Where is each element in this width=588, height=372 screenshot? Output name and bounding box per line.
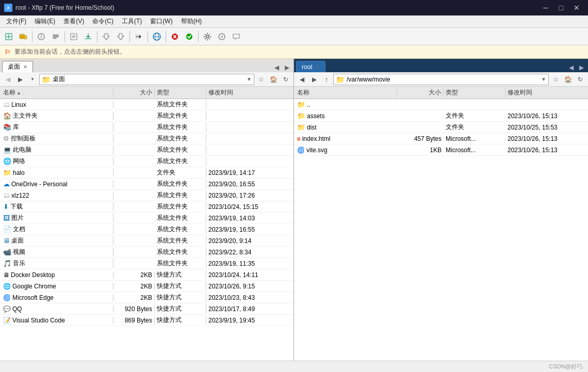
right-file-list[interactable]: 📁 .. 📁 assets 文件夹 2023/10/26, 15:13 📁 di… [294, 99, 588, 361]
table-row[interactable]: 🌐 网络 系统文件夹 [0, 156, 293, 167]
toolbar-btn-9[interactable] [132, 30, 145, 43]
open-session-button[interactable] [17, 30, 30, 43]
menu-edit[interactable]: 编辑(E) [30, 16, 59, 27]
table-row[interactable]: 🌀 Microsoft Edge 2KB 快捷方式 2023/10/23, 8:… [0, 292, 293, 303]
file-name-cell: 📄 文档 [0, 225, 113, 234]
right-home-btn[interactable]: 🏠 [562, 74, 574, 85]
left-panel: 桌面 ✕ ◀ ▶ ◀ ▶ ▼ 📁 桌面 ▼ ☆ 🏠 ↻ 名称 [0, 59, 294, 361]
toolbar-globe-btn[interactable] [150, 30, 164, 43]
menu-window[interactable]: 窗口(W) [146, 16, 176, 27]
left-bookmark-btn[interactable]: ☆ [255, 74, 267, 85]
shortcut-icon: 🖥 [3, 271, 9, 279]
toolbar-separator-6 [166, 31, 166, 42]
right-header-name[interactable]: 名称 [294, 88, 397, 97]
left-tab-next-btn[interactable]: ▶ [282, 63, 291, 72]
file-date-cell: 2023/9/20, 9:14 [206, 237, 293, 245]
table-row[interactable]: 📁 dist 文件夹 2023/10/25, 15:53 [294, 122, 588, 133]
right-tab-next-btn[interactable]: ▶ [577, 63, 586, 72]
menu-view[interactable]: 查看(V) [59, 16, 88, 27]
toolbar-settings-btn[interactable] [201, 30, 214, 43]
left-header-name[interactable]: 名称 ▲ [0, 88, 113, 97]
file-name-cell: 🗂 Linux [0, 101, 113, 108]
file-name-label: assets [307, 112, 325, 120]
right-tab-prev-btn[interactable]: ◀ [566, 63, 576, 72]
table-row[interactable]: 📝 Visual Studio Code 869 Bytes 快捷方式 2023… [0, 315, 293, 326]
file-type-cell: 系统文件夹 [155, 111, 206, 120]
toolbar-help-btn[interactable]: ? [215, 30, 228, 43]
right-header-type[interactable]: 类型 [444, 88, 505, 97]
table-row[interactable]: 💻 此电脑 系统文件夹 [0, 144, 293, 156]
table-row[interactable]: 📚 库 系统文件夹 [0, 122, 293, 133]
left-forward-btn[interactable]: ▶ [14, 74, 26, 85]
status-bar: CSDN@好巧. [0, 361, 588, 372]
right-header-date[interactable]: 修改时间 [505, 88, 588, 97]
left-panel-tab-desktop[interactable]: 桌面 ✕ [2, 61, 33, 72]
table-row[interactable]: 🖼 图片 系统文件夹 2023/9/19, 14:03 [0, 213, 293, 224]
left-home-btn[interactable]: 🏠 [268, 74, 279, 85]
left-header-type[interactable]: 类型 [155, 88, 206, 97]
table-row[interactable]: 🏠 主文件夹 系统文件夹 [0, 110, 293, 122]
file-type-cell: 文件夹 [444, 111, 505, 120]
left-back-btn[interactable]: ◀ [2, 74, 13, 85]
file-date-cell: 2023/9/22, 8:34 [206, 249, 293, 256]
menu-help[interactable]: 帮助(H) [177, 16, 206, 27]
toolbar-btn-4[interactable] [49, 30, 62, 43]
file-name-cell: ⚙ 控制面板 [0, 134, 113, 143]
right-back-btn[interactable]: ◀ [296, 74, 307, 85]
left-tab-prev-btn[interactable]: ◀ [272, 63, 281, 72]
toolbar-btn-6[interactable] [81, 30, 95, 43]
left-header-size[interactable]: 大小 [113, 88, 155, 97]
table-row[interactable]: 🎵 音乐 系统文件夹 2023/9/19, 11:35 [0, 258, 293, 269]
maximize-button[interactable]: □ [554, 3, 568, 13]
toolbar-red-btn[interactable] [168, 30, 182, 43]
left-tab-close-icon[interactable]: ✕ [23, 64, 27, 70]
table-row[interactable]: 🌀 vite.svg 1KB Microsoft... 2023/10/26, … [294, 144, 588, 156]
table-row[interactable]: 🖥 桌面 系统文件夹 2023/9/20, 9:14 [0, 235, 293, 247]
toolbar-btn-5[interactable] [67, 30, 80, 43]
table-row[interactable]: 🌐 Google Chrome 2KB 快捷方式 2023/10/26, 9:1… [0, 281, 293, 292]
right-bookmark-btn[interactable]: ☆ [550, 74, 561, 85]
right-tab-close-icon[interactable]: ✕ [316, 64, 320, 70]
left-refresh-btn[interactable]: ↻ [280, 74, 291, 85]
right-forward-btn[interactable]: ▶ [308, 74, 320, 85]
toolbar-btn-3[interactable] [35, 30, 48, 43]
menu-bar: 文件(F) 编辑(E) 查看(V) 命令(C) 工具(T) 窗口(W) 帮助(H… [0, 15, 588, 28]
menu-file[interactable]: 文件(F) [2, 16, 30, 27]
file-type-cell: 系统文件夹 [155, 259, 206, 268]
menu-tools[interactable]: 工具(T) [118, 16, 146, 27]
table-row[interactable]: 📁 halo 文件夹 2023/9/19, 14:17 [0, 167, 293, 179]
new-session-button[interactable] [2, 30, 15, 43]
table-row[interactable]: 📁 assets 文件夹 2023/10/26, 15:13 [294, 110, 588, 122]
toolbar-comment-btn[interactable] [230, 30, 243, 43]
table-row[interactable]: 🗂 Linux 系统文件夹 [0, 99, 293, 110]
menu-command[interactable]: 命令(C) [88, 16, 118, 27]
right-refresh-btn[interactable]: ↻ [575, 74, 586, 85]
table-row[interactable]: ☁ OneDrive - Personal 系统文件夹 2023/9/20, 1… [0, 179, 293, 190]
table-row[interactable]: ⬇ 下载 系统文件夹 2023/10/24, 15:15 [0, 201, 293, 213]
file-name-cell: 📁 assets [294, 112, 397, 120]
close-button[interactable]: ✕ [569, 3, 584, 13]
toolbar-green-btn[interactable] [183, 30, 196, 43]
right-panel-tab-root[interactable]: root ✕ [296, 61, 325, 72]
table-row[interactable]: 🖥 Docker Desktop 2KB 快捷方式 2023/10/24, 14… [0, 269, 293, 281]
left-dropdown-btn[interactable]: ▼ [27, 74, 38, 85]
left-header-date[interactable]: 修改时间 [206, 88, 293, 97]
table-row[interactable]: e index.html 457 Bytes Microsoft... 2023… [294, 133, 588, 144]
right-path-display[interactable]: 📁 /var/www/movie ▼ [333, 74, 549, 85]
left-path-display[interactable]: 📁 桌面 ▼ [39, 74, 254, 85]
table-row[interactable]: ⚙ 控制面板 系统文件夹 [0, 133, 293, 144]
file-size-cell: 457 Bytes [397, 135, 444, 142]
table-row[interactable]: 📄 文档 系统文件夹 2023/9/19, 16:55 [0, 224, 293, 235]
left-file-list[interactable]: 🗂 Linux 系统文件夹 🏠 主文件夹 系统文件夹 📚 库 系统文件夹 ⚙ 控… [0, 99, 293, 361]
table-row[interactable]: 💬 QQ 920 Bytes 快捷方式 2023/10/17, 8:49 [0, 303, 293, 315]
right-up-btn[interactable]: ↑ [321, 74, 332, 85]
toolbar-btn-8[interactable] [114, 30, 127, 43]
table-row[interactable]: 🗂 xlz122 系统文件夹 2023/9/20, 17:26 [0, 190, 293, 201]
table-row[interactable]: 📹 视频 系统文件夹 2023/9/22, 8:34 [0, 247, 293, 258]
toolbar-btn-7[interactable] [100, 30, 113, 43]
minimize-button[interactable]: ─ [538, 3, 553, 13]
right-header-size[interactable]: 大小 [397, 88, 444, 97]
file-size-cell: 869 Bytes [113, 317, 155, 324]
table-row[interactable]: 📁 .. [294, 99, 588, 110]
left-tab-nav: ◀ ▶ [272, 63, 291, 72]
